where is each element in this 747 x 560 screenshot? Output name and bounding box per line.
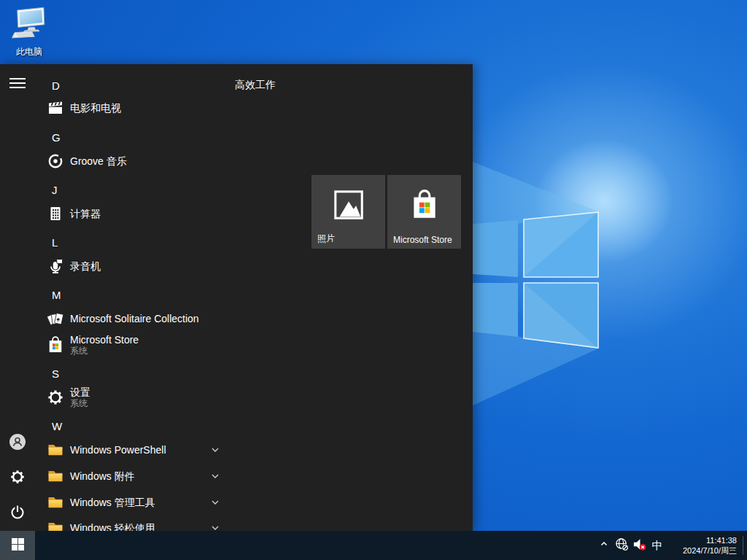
app-item-sublabel: 系统 <box>70 398 90 408</box>
ime-label: 中 <box>652 539 663 553</box>
chevron-down-icon <box>210 497 220 508</box>
letter-label: S <box>52 368 59 380</box>
letter-label: D <box>52 79 60 92</box>
groove-music-icon <box>47 152 64 170</box>
network-status-button[interactable] <box>613 531 630 560</box>
start-button[interactable] <box>0 531 35 560</box>
power-button[interactable] <box>0 496 35 531</box>
app-folder-windows-admin-tools[interactable]: Windows 管理工具 <box>35 489 461 516</box>
app-item-microsoft-store[interactable]: Microsoft Store 系统 <box>35 330 461 359</box>
app-list-letter-j[interactable]: J <box>52 182 58 198</box>
app-list-letter-m[interactable]: M <box>52 287 61 303</box>
desktop-icon-this-pc[interactable]: 此电脑 <box>1 4 57 58</box>
show-hidden-icons-button[interactable] <box>595 531 613 560</box>
settings-gear-icon <box>9 469 26 488</box>
microsoft-store-icon <box>409 188 440 225</box>
settings-gear-icon <box>47 389 64 406</box>
clock-time: 11:41:38 <box>706 535 737 545</box>
folder-icon <box>47 494 64 511</box>
app-list-letter-d[interactable]: D <box>52 77 60 93</box>
windows-logo-icon <box>12 538 24 553</box>
app-list-letter-w[interactable]: W <box>52 418 62 434</box>
user-account-icon <box>9 433 26 454</box>
solitaire-icon: ♠ <box>47 310 64 327</box>
folder-icon <box>47 467 64 485</box>
app-folder-windows-powershell[interactable]: Windows PowerShell <box>35 437 461 463</box>
expand-menu-button[interactable] <box>0 67 35 102</box>
microsoft-store-icon <box>47 336 64 354</box>
app-folder-windows-ease-of-access[interactable]: Windows 轻松使用 <box>35 515 461 531</box>
app-item-label: 录音机 <box>70 260 101 272</box>
app-item-sublabel: 系统 <box>70 346 139 356</box>
tile-photos[interactable]: 照片 <box>311 175 385 249</box>
system-tray: 中 11:41:38 2024/7/10/周三 <box>595 531 747 560</box>
rail-settings-button[interactable] <box>0 461 35 496</box>
start-menu: D 电影和电视 G <box>0 64 473 531</box>
tile-microsoft-store[interactable]: Microsoft Store <box>387 175 461 249</box>
app-item-label: 电影和电视 <box>70 102 121 114</box>
letter-label: W <box>52 420 62 432</box>
calculator-icon <box>47 205 64 222</box>
app-list-letter-l[interactable]: L <box>52 234 58 250</box>
chevron-down-icon <box>210 471 220 481</box>
desktop-icon-label: 此电脑 <box>16 46 42 58</box>
show-desktop-button[interactable] <box>743 531 747 560</box>
app-item-groove-music[interactable]: Groove 音乐 <box>35 148 461 174</box>
letter-label: J <box>52 184 58 196</box>
app-item-label: Microsoft Solitaire Collection <box>70 313 199 324</box>
this-pc-icon <box>8 4 50 45</box>
app-item-label: Microsoft Store <box>70 334 139 346</box>
letter-label: G <box>52 131 61 144</box>
app-item-label: Groove 音乐 <box>70 155 127 167</box>
app-folder-windows-accessories[interactable]: Windows 附件 <box>35 463 461 489</box>
app-item-settings[interactable]: 设置 系统 <box>35 383 461 412</box>
app-item-voice-recorder[interactable]: 录音机 <box>35 253 461 279</box>
folder-icon <box>47 519 64 531</box>
app-item-label: 计算器 <box>70 208 101 219</box>
app-item-label: 设置 <box>70 386 90 398</box>
user-account-button[interactable] <box>0 426 35 461</box>
ime-indicator-button[interactable]: 中 <box>648 531 667 560</box>
app-item-movies-tv[interactable]: 电影和电视 <box>35 95 461 121</box>
clock-date: 2024/7/10/周三 <box>683 545 737 556</box>
power-icon <box>9 503 26 524</box>
voice-recorder-icon <box>47 257 64 275</box>
app-item-solitaire[interactable]: ♠ Microsoft Solitaire Collection <box>35 306 461 332</box>
volume-button[interactable] <box>630 531 648 560</box>
app-item-label: Windows 管理工具 <box>70 497 155 508</box>
app-item-label: Windows 轻松使用 <box>70 522 155 531</box>
tile-label: Microsoft Store <box>393 235 452 245</box>
folder-icon <box>47 441 64 459</box>
taskbar-empty-area[interactable] <box>35 531 595 560</box>
letter-label: L <box>52 236 58 249</box>
hamburger-menu-icon <box>9 77 26 92</box>
letter-label: M <box>52 289 61 301</box>
app-item-label: Windows PowerShell <box>70 444 166 456</box>
screen: 此电脑 <box>0 0 747 560</box>
taskbar-clock[interactable]: 11:41:38 2024/7/10/周三 <box>667 531 743 560</box>
tile-label: 照片 <box>317 233 335 245</box>
chevron-up-icon <box>599 539 609 552</box>
movies-tv-icon <box>47 99 64 117</box>
photos-icon <box>332 188 365 225</box>
app-list-letter-g[interactable]: G <box>52 129 61 145</box>
app-list-letter-s[interactable]: S <box>52 365 59 381</box>
chevron-down-icon <box>210 523 220 531</box>
tile-group-header[interactable]: 高效工作 <box>235 79 276 92</box>
app-item-label: Windows 附件 <box>70 470 135 482</box>
chevron-down-icon <box>210 445 220 455</box>
network-no-internet-icon <box>615 537 629 554</box>
taskbar: 中 11:41:38 2024/7/10/周三 <box>0 531 747 560</box>
volume-muted-icon <box>632 537 647 555</box>
